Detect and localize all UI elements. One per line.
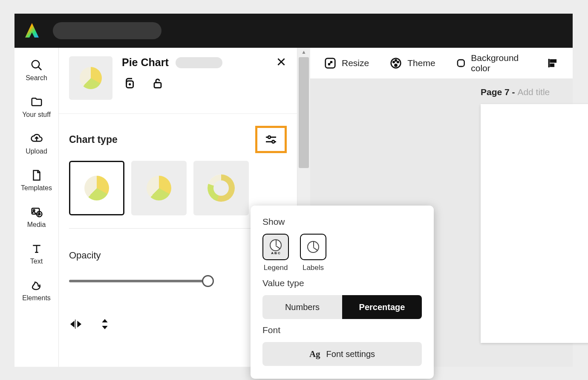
popover-heading-value-type: Value type [262,278,422,288]
page-title-placeholder: Add title [517,87,550,97]
section-heading-chart-type: Chart type [69,134,118,145]
popover-heading-show: Show [262,217,422,227]
bgcolor-label: Background color [471,53,526,73]
svg-rect-6 [154,83,161,88]
chart-thumbnail [69,56,112,100]
scroll-up-icon[interactable]: ▲ [297,49,310,55]
opacity-slider[interactable] [69,280,208,282]
sidebar-item-media[interactable]: Media [14,201,58,233]
chart-type-section: Chart type [59,114,297,215]
svg-point-0 [32,61,39,68]
svg-point-10 [268,136,271,139]
show-legend-label: Legend [264,264,288,272]
topbar-placeholder [53,22,161,39]
sidebar-item-label: Search [26,74,47,82]
theme-button[interactable]: Theme [389,57,435,70]
page-number: Page 7 - [481,87,517,97]
show-labels-label: Labels [303,264,324,272]
align-button[interactable] [546,57,559,70]
resize-button[interactable]: Resize [324,57,369,70]
sidebar-item-label: Templates [21,184,52,192]
background-color-button[interactable]: Background color [456,53,526,73]
show-legend-toggle[interactable]: A B C [262,234,289,260]
scroll-thumb[interactable] [299,57,309,168]
svg-point-12 [272,140,274,143]
duplicate-icon[interactable] [122,76,135,92]
sidebar-item-templates[interactable]: Templates [14,165,58,196]
svg-point-17 [398,61,399,63]
chart-type-option-donut[interactable] [193,161,249,215]
flip-horizontal-icon[interactable] [69,317,83,333]
font-settings-button[interactable]: Ag Font settings [262,342,422,366]
opacity-slider-thumb[interactable] [202,275,214,287]
chart-type-option-pie[interactable] [69,161,124,215]
sidebar-item-text[interactable]: Text [14,238,58,270]
panel-header: Pie Chart [59,48,297,114]
app-logo-icon[interactable] [23,22,41,40]
sidebar-item-elements[interactable]: Elements [14,275,58,306]
sidebar-item-label: Elements [22,294,51,302]
panel-title: Pie Chart [122,56,169,69]
theme-label: Theme [407,58,435,68]
page-label[interactable]: Page 7 - Add title [481,87,550,97]
left-sidebar: Search Your stuff Upload Templates Media… [14,48,59,367]
value-type-numbers[interactable]: Numbers [262,295,342,319]
resize-label: Resize [342,58,369,68]
svg-rect-21 [551,60,556,62]
chart-settings-button[interactable] [255,126,287,153]
svg-rect-22 [551,64,554,67]
svg-point-16 [395,60,397,61]
sidebar-item-your-stuff[interactable]: Your stuff [14,91,58,123]
sidebar-item-search[interactable]: Search [14,55,58,86]
sidebar-item-upload[interactable]: Upload [14,128,58,160]
unlock-icon[interactable] [151,76,164,92]
svg-line-1 [38,67,41,70]
chart-type-option-pie-labeled[interactable] [131,161,187,215]
font-glyph-icon: Ag [309,349,320,360]
popover-heading-font: Font [262,325,422,335]
svg-point-15 [393,61,395,63]
show-labels-toggle[interactable] [300,234,326,260]
svg-rect-19 [458,60,464,67]
sidebar-item-label: Your stuff [22,111,51,119]
sidebar-item-label: Upload [26,148,47,155]
top-bar [14,14,573,48]
value-type-segmented: Numbers Percentage [262,295,422,319]
font-settings-label: Font settings [326,349,375,359]
chart-settings-popover: Show A B C Legend Labels Value type [251,206,434,379]
canvas-toolbar: Resize Theme Background color [310,48,573,78]
svg-point-18 [395,64,397,67]
sidebar-item-label: Media [27,221,46,229]
page-canvas[interactable] [481,104,588,343]
title-placeholder [176,57,222,68]
close-icon[interactable] [276,56,287,69]
app-window: Search Your stuff Upload Templates Media… [14,14,573,367]
flip-vertical-icon[interactable] [98,317,112,333]
sidebar-item-label: Text [30,258,43,265]
value-type-percentage[interactable]: Percentage [342,295,422,319]
